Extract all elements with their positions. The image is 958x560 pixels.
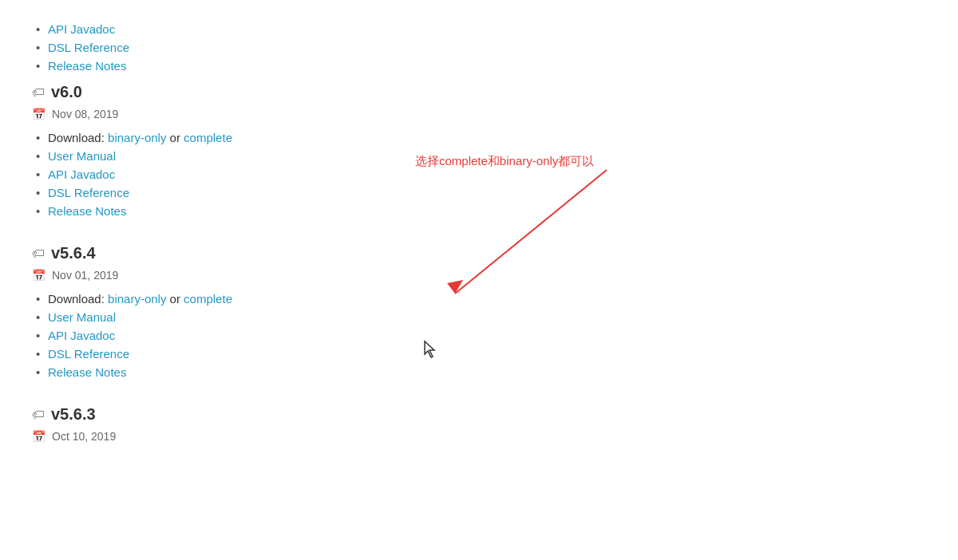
version-section-v60: 🏷 v6.0 📅 Nov 08, 2019 Download: binary-o… [32,83,926,220]
items-list-v60: Download: binary-only or complete User M… [32,128,926,220]
version-title-v563: v5.6.3 [51,405,96,424]
binary-only-link-v60[interactable]: binary-only [108,131,166,144]
date-text-v564: Nov 01, 2019 [52,269,118,282]
complete-link-v564[interactable]: complete [184,292,232,306]
tag-icon: 🏷 [32,85,45,100]
release-notes-link[interactable]: Release Notes [48,59,126,73]
download-label: Download: [48,292,108,306]
version-title-v564: v5.6.4 [51,244,96,262]
version-title-v60: v6.0 [51,83,82,101]
list-item: Release Notes [48,363,926,381]
version-section-v564: 🏷 v5.6.4 📅 Nov 01, 2019 Download: binary… [32,244,926,381]
version-header-v564: 🏷 v5.6.4 [32,244,926,262]
date-row-v563: 📅 Oct 10, 2019 [32,430,926,443]
date-text-v563: Oct 10, 2019 [52,430,116,443]
list-item: Release Notes [48,202,926,220]
api-javadoc-link-v60[interactable]: API Javadoc [48,168,115,181]
calendar-icon: 📅 [32,269,46,282]
download-sep: or [170,292,184,306]
list-item: DSL Reference [48,183,926,202]
api-javadoc-link-v564[interactable]: API Javadoc [48,329,115,342]
version-header-v563: 🏷 v5.6.3 [32,405,926,424]
list-item: API Javadoc [48,326,926,345]
calendar-icon: 📅 [32,430,46,443]
list-item: DSL Reference [48,345,926,363]
svg-marker-1 [447,280,463,294]
dsl-reference-link-v564[interactable]: DSL Reference [48,347,129,361]
dsl-reference-link-v60[interactable]: DSL Reference [48,186,129,199]
items-list-v564: Download: binary-only or complete 选择comp… [32,290,926,381]
date-text-v60: Nov 08, 2019 [52,108,118,120]
release-notes-link-v60[interactable]: Release Notes [48,204,126,218]
top-links-section: API Javadoc DSL Reference Release Notes [32,20,926,75]
page-container: API Javadoc DSL Reference Release Notes … [0,0,958,560]
tag-icon: 🏷 [32,408,45,422]
download-label: Download: [48,131,108,144]
user-manual-link-v60[interactable]: User Manual [48,149,116,163]
list-item: API Javadoc [48,20,926,38]
version-section-v563: 🏷 v5.6.3 📅 Oct 10, 2019 [32,405,926,443]
annotation-text: 选择complete和binary-only都可以 [415,154,862,169]
tag-icon: 🏷 [32,246,45,261]
api-javadoc-link[interactable]: API Javadoc [48,22,115,36]
list-item: DSL Reference [48,38,926,57]
dsl-reference-link[interactable]: DSL Reference [48,41,129,54]
list-item: User Manual [48,308,926,326]
date-row-v60: 📅 Nov 08, 2019 [32,108,926,120]
list-item: Release Notes [48,57,926,75]
user-manual-link-v564[interactable]: User Manual [48,310,116,324]
version-header-v60: 🏷 v6.0 [32,83,926,101]
list-item: Download: binary-only or complete [48,128,926,147]
calendar-icon: 📅 [32,108,46,120]
date-row-v564: 📅 Nov 01, 2019 [32,269,926,282]
download-sep: or [170,131,184,144]
complete-link-v60[interactable]: complete [184,131,232,144]
binary-only-link-v564[interactable]: binary-only [108,292,166,306]
top-links-list: API Javadoc DSL Reference Release Notes [32,20,926,75]
release-notes-link-v564[interactable]: Release Notes [48,365,126,379]
list-item: Download: binary-only or complete 选择comp… [48,290,926,308]
